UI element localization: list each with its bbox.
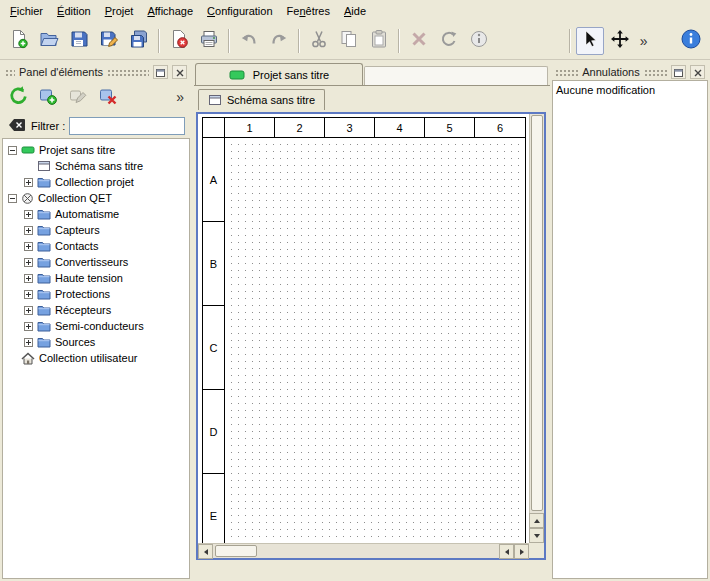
tree-item-recepteurs[interactable]: Récepteurs (3, 302, 189, 318)
expand-expander-icon[interactable] (24, 226, 33, 235)
toolbar-separator (158, 29, 160, 53)
scroll-down-button[interactable] (529, 528, 544, 543)
panel-grip[interactable] (555, 69, 578, 76)
menu-bar: Fichier Édition Projet Affichage Configu… (0, 0, 710, 22)
project-icon (21, 144, 35, 156)
horizontal-scrollbar[interactable] (198, 543, 529, 558)
row-label: B (203, 222, 224, 306)
collapse-expander-icon[interactable] (8, 194, 17, 203)
tree-item-collection-qet[interactable]: Collection QET (3, 190, 189, 206)
tree-item-protections[interactable]: Protections (3, 286, 189, 302)
expand-expander-icon[interactable] (24, 258, 33, 267)
undo-history-entry[interactable]: Aucune modification (556, 83, 704, 97)
diagram-sheet[interactable]: 1 2 3 4 5 6 A B C D (202, 117, 526, 543)
expand-expander-icon[interactable] (24, 242, 33, 251)
project-tab[interactable]: Projet sans titre (195, 63, 363, 85)
toolbar-overflow-chevron[interactable]: » (635, 33, 653, 49)
selection-mode-button[interactable] (576, 27, 604, 55)
menu-affichage[interactable]: Affichage (140, 2, 200, 20)
save-button[interactable] (65, 27, 93, 55)
undo-history-list[interactable]: Aucune modification (552, 80, 708, 579)
expand-expander-icon[interactable] (24, 274, 33, 283)
folder-icon (37, 320, 51, 332)
empty-tab-area (364, 66, 548, 85)
tree-item-schema[interactable]: Schéma sans titre (3, 158, 189, 174)
scroll-right-button[interactable] (514, 544, 529, 559)
tree-item-semi-conducteurs[interactable]: Semi-conducteurs (3, 318, 189, 334)
folder-icon (37, 288, 51, 300)
undo-panel-titlebar[interactable]: Annulations (552, 64, 708, 80)
panel-grip[interactable] (107, 69, 149, 76)
folder-icon (37, 208, 51, 220)
vertical-scrollbar-thumb[interactable] (531, 115, 543, 511)
column-header: 1 2 3 4 5 6 (203, 118, 525, 138)
save-as-button[interactable] (95, 27, 123, 55)
filter-input[interactable] (69, 117, 185, 135)
tree-item-collection-projet[interactable]: Collection projet (3, 174, 189, 190)
save-all-button[interactable] (125, 27, 153, 55)
reload-collections-button[interactable] (5, 84, 31, 110)
menu-projet[interactable]: Projet (98, 2, 141, 20)
menu-fichier[interactable]: Fichier (3, 2, 50, 20)
vertical-scrollbar[interactable] (529, 114, 544, 543)
float-panel-button[interactable] (671, 65, 686, 79)
menu-edition[interactable]: Édition (50, 2, 98, 20)
print-button[interactable] (195, 27, 223, 55)
close-panel-button[interactable] (172, 65, 187, 79)
tree-item-haute-tension[interactable]: Haute tension (3, 270, 189, 286)
diagram-viewport[interactable]: 1 2 3 4 5 6 A B C D (198, 114, 529, 543)
collapse-expander-icon[interactable] (8, 146, 17, 155)
tree-item-contacts[interactable]: Contacts (3, 238, 189, 254)
tree-item-convertisseurs[interactable]: Convertisseurs (3, 254, 189, 270)
menu-aide[interactable]: Aide (337, 2, 373, 20)
menu-configuration[interactable]: Configuration (200, 2, 279, 20)
column-label: 3 (325, 118, 375, 137)
left-arrow-icon (204, 549, 208, 555)
toolbar-separator (298, 29, 300, 53)
clear-filter-button[interactable] (7, 116, 27, 136)
close-panel-button[interactable] (690, 65, 705, 79)
tree-item-collection-utilisateur[interactable]: Collection utilisateur (3, 350, 189, 366)
diagram-grid[interactable] (225, 138, 525, 543)
tree-item-automatisme[interactable]: Automatisme (3, 206, 189, 222)
panel-grip[interactable] (644, 69, 667, 76)
scroll-left-button[interactable] (499, 544, 514, 559)
undo-button (235, 27, 263, 55)
horizontal-scrollbar-track[interactable] (213, 544, 499, 558)
tree-item-project[interactable]: Projet sans titre (3, 142, 189, 158)
elements-panel-titlebar[interactable]: Panel d'éléments (2, 64, 190, 80)
expand-expander-icon[interactable] (24, 210, 33, 219)
horizontal-scrollbar-thumb[interactable] (215, 545, 257, 557)
expand-expander-icon[interactable] (24, 322, 33, 331)
expand-expander-icon[interactable] (24, 178, 33, 187)
schema-tab-bar: Schéma sans titre (194, 86, 550, 110)
tree-item-label: Convertisseurs (55, 256, 128, 268)
expand-expander-icon[interactable] (24, 290, 33, 299)
element-information-icon (469, 29, 489, 52)
row-label: D (203, 390, 224, 474)
menu-fenetres[interactable]: Fenêtres (280, 2, 337, 20)
schema-tab[interactable]: Schéma sans titre (198, 89, 325, 110)
scroll-up-button[interactable] (529, 513, 544, 528)
tree-item-label: Semi-conducteurs (55, 320, 144, 332)
diagram-view[interactable]: 1 2 3 4 5 6 A B C D (196, 112, 546, 560)
project-area: Projet sans titre Schéma sans titre 1 2 (194, 62, 550, 579)
open-project-button[interactable] (35, 27, 63, 55)
panel-grip[interactable] (5, 69, 15, 76)
elements-toolbar-overflow-chevron[interactable]: » (176, 89, 187, 105)
column-label: 4 (375, 118, 425, 137)
close-document-button[interactable] (165, 27, 193, 55)
folder-icon (37, 176, 51, 188)
new-element-button[interactable] (35, 84, 61, 110)
expand-expander-icon[interactable] (24, 338, 33, 347)
pan-mode-button[interactable] (606, 27, 634, 55)
scroll-left-button[interactable] (198, 544, 213, 559)
new-document-button[interactable] (5, 27, 33, 55)
about-qet-button[interactable] (677, 27, 705, 55)
expand-expander-icon[interactable] (24, 306, 33, 315)
delete-element-button[interactable] (95, 84, 121, 110)
filter-row: Filtrer : (2, 114, 190, 138)
tree-item-sources[interactable]: Sources (3, 334, 189, 350)
float-panel-button[interactable] (153, 65, 168, 79)
tree-item-capteurs[interactable]: Capteurs (3, 222, 189, 238)
